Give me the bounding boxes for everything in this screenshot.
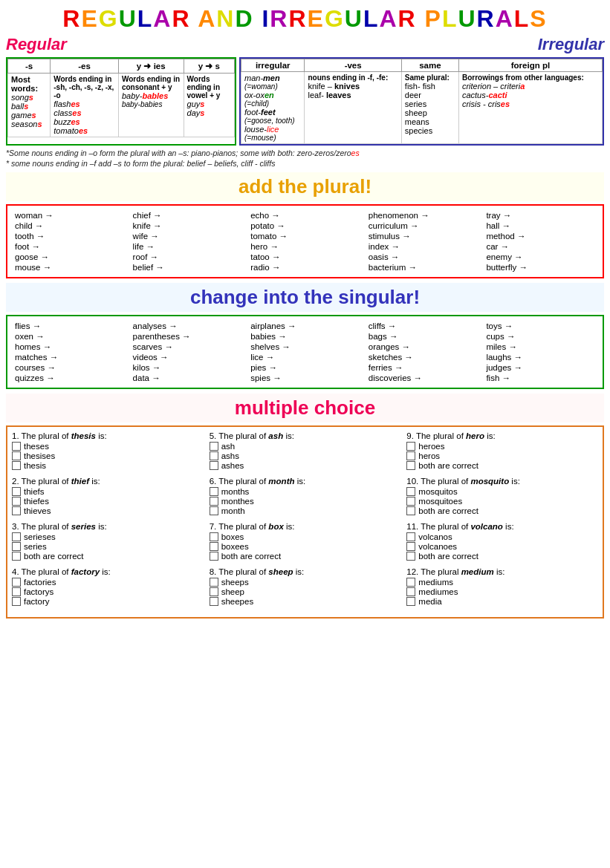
add-col-5: tray → hall → method → car → enemy → but… — [483, 209, 598, 274]
mc-q2-opt1[interactable]: thiefs — [12, 487, 204, 496]
checkbox-q7-2[interactable] — [210, 542, 218, 551]
checkbox-q5-1[interactable] — [210, 442, 218, 451]
checkbox-q5-3[interactable] — [210, 461, 218, 470]
checkbox-q11-1[interactable] — [406, 532, 415, 541]
checkbox-q12-1[interactable] — [406, 578, 415, 587]
mc-q9-opt2[interactable]: heros — [406, 451, 598, 460]
mc-q6-opt2[interactable]: monthes — [210, 497, 401, 506]
mc-q1-opt3[interactable]: thesis — [12, 461, 204, 470]
checkbox-q12-3[interactable] — [406, 597, 415, 606]
checkbox-q3-1[interactable] — [12, 532, 21, 541]
mc-q12-opt1[interactable]: mediums — [406, 578, 598, 587]
mc-q1-opt1[interactable]: theses — [12, 442, 204, 451]
mc-q3-opt1[interactable]: serieses — [12, 532, 204, 541]
mc-q8-opt2[interactable]: sheep — [210, 587, 401, 596]
checkbox-q4-2[interactable] — [12, 587, 21, 596]
mc-q2-opt2[interactable]: thiefes — [12, 497, 204, 506]
mc-q3-opt3[interactable]: both are correct — [12, 552, 204, 561]
checkbox-q4-3[interactable] — [12, 597, 21, 606]
col-y-ies: y ➜ ies — [118, 59, 184, 74]
checkbox-q11-2[interactable] — [406, 542, 415, 551]
checkbox-q7-1[interactable] — [210, 532, 218, 541]
col-irregular: irregular — [241, 59, 305, 72]
checkbox-q12-2[interactable] — [406, 587, 415, 596]
add-col-1: woman → child → tooth → foot → goose → m… — [12, 209, 127, 274]
mc-q4-opt1[interactable]: factories — [12, 578, 204, 587]
checkbox-q9-3[interactable] — [406, 461, 415, 470]
mc-q6-opt3[interactable]: month — [210, 506, 401, 515]
mc-q12-opt2[interactable]: mediumes — [406, 587, 598, 596]
mc-q1-opt2[interactable]: thesises — [12, 451, 204, 460]
mc-q2-opt3[interactable]: thieves — [12, 506, 204, 515]
mc-q7-opt3[interactable]: both are correct — [210, 552, 401, 561]
mc-q5-opt3[interactable]: ashes — [210, 461, 401, 470]
mc-exercise: 1. The plural of thesis is: theses thesi… — [6, 425, 604, 619]
col-s-content: Most words: songs balls games seasons — [8, 74, 51, 137]
checkbox-q10-2[interactable] — [406, 497, 415, 506]
mc-q6-opt1[interactable]: months — [210, 487, 401, 496]
checkbox-q6-1[interactable] — [210, 487, 218, 496]
change-col-2: analyses → parentheses → scarves → video… — [130, 319, 245, 385]
checkbox-q4-1[interactable] — [12, 578, 21, 587]
mc-q10-opt1[interactable]: mosquitos — [406, 487, 598, 496]
mc-q6: 6. The plural of month is: months monthe… — [210, 477, 401, 516]
mc-q12: 12. The plural medium is: mediums medium… — [406, 567, 598, 607]
mc-q11-opt2[interactable]: volcanoes — [406, 542, 598, 551]
note-1: *Some nouns ending in –o form the plural… — [6, 149, 604, 157]
col-foreign-content: Borrowings from other languages: criteri… — [458, 72, 602, 144]
col-ys-content: Words ending in vowel + y guys days — [184, 74, 234, 137]
regular-header: Regular — [6, 35, 305, 54]
mc-q7-opt2[interactable]: boxees — [210, 542, 401, 551]
mc-q4-opt3[interactable]: factory — [12, 597, 204, 606]
change-col-3: airplanes → babies → shelves → lice → pi… — [247, 319, 363, 385]
mc-q11-opt3[interactable]: both are correct — [406, 552, 598, 561]
checkbox-q8-2[interactable] — [210, 587, 218, 596]
add-col-3: echo → potato → tomato → hero → tatoo → … — [247, 209, 363, 274]
mc-q8-opt1[interactable]: sheeps — [210, 578, 401, 587]
mc-q9-opt3[interactable]: both are correct — [406, 461, 598, 470]
col-foreign: foreign pl — [458, 59, 602, 72]
checkbox-q2-3[interactable] — [12, 506, 21, 515]
mc-q3: 3. The plural of series is: serieses ser… — [12, 522, 204, 561]
checkbox-q11-3[interactable] — [406, 552, 415, 561]
mc-q9-opt1[interactable]: heroes — [406, 442, 598, 451]
checkbox-q3-2[interactable] — [12, 542, 21, 551]
mc-q10-opt3[interactable]: both are correct — [406, 506, 598, 515]
checkbox-q8-1[interactable] — [210, 578, 218, 587]
mc-q4-opt2[interactable]: factorys — [12, 587, 204, 596]
checkbox-q9-1[interactable] — [406, 442, 415, 451]
checkbox-q3-3[interactable] — [12, 552, 21, 561]
checkbox-q9-2[interactable] — [406, 451, 415, 460]
mc-q3-opt2[interactable]: series — [12, 542, 204, 551]
mc-grid: 1. The plural of thesis is: theses thesi… — [12, 431, 598, 613]
checkbox-q2-1[interactable] — [12, 487, 21, 496]
mc-q5-opt1[interactable]: ash — [210, 442, 401, 451]
checkbox-q5-2[interactable] — [210, 451, 218, 460]
checkbox-q7-3[interactable] — [210, 552, 218, 561]
page-title: REGULAR AND IRREGULAR PLURALS — [6, 6, 604, 32]
change-col-1: flies → oxen → homes → matches → courses… — [12, 319, 127, 385]
mc-q10-opt2[interactable]: mosquitoes — [406, 497, 598, 506]
col-y-s: y ➜ s — [184, 59, 234, 74]
mc-q2: 2. The plural of thief is: thiefs thiefe… — [12, 477, 204, 516]
col-es: -es — [51, 59, 119, 74]
mc-q8-opt3[interactable]: sheepes — [210, 597, 401, 606]
mc-q7-opt1[interactable]: boxes — [210, 532, 401, 541]
irregular-header: Irregular — [305, 35, 605, 54]
checkbox-q10-1[interactable] — [406, 487, 415, 496]
mc-q11-opt1[interactable]: volcanos — [406, 532, 598, 541]
mc-q5-opt2[interactable]: ashs — [210, 451, 401, 460]
col-same: same — [401, 59, 458, 72]
checkbox-q1-2[interactable] — [12, 451, 21, 460]
checkbox-q10-3[interactable] — [406, 506, 415, 515]
checkbox-q1-3[interactable] — [12, 461, 21, 470]
checkbox-q6-2[interactable] — [210, 497, 218, 506]
checkbox-q1-1[interactable] — [12, 442, 21, 451]
checkbox-q8-3[interactable] — [210, 597, 218, 606]
add-col-4: phenomenon → curriculum → stimulus → ind… — [366, 209, 481, 274]
change-col-5: toys → cups → miles → laughs → judges → … — [483, 319, 598, 385]
mc-q12-opt3[interactable]: media — [406, 597, 598, 606]
checkbox-q2-2[interactable] — [12, 497, 21, 506]
checkbox-q6-3[interactable] — [210, 506, 218, 515]
mc-q4: 4. The plural of factory is: factories f… — [12, 567, 204, 607]
